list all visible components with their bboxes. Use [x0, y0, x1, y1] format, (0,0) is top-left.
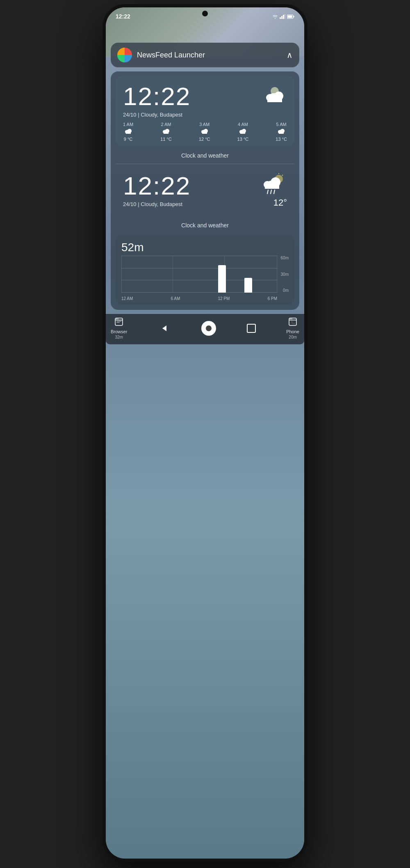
launcher-header: NewsFeed Launcher ∧	[111, 43, 299, 67]
nav-home-button[interactable]	[201, 321, 216, 336]
rain-cloud-icon-2	[261, 173, 287, 196]
hour-temp-1: 9 °C	[124, 137, 133, 142]
nav-back-button[interactable]	[158, 322, 171, 335]
weather-right-2: 12°	[261, 173, 287, 208]
x-labels: 12 AM 6 AM 12 PM 6 PM	[121, 296, 277, 301]
usage-chart: 60m 30m 0m 12 AM 6 AM 12 PM 6 PM	[121, 256, 289, 301]
svg-rect-3	[285, 14, 285, 19]
widgets-container: 12:22 24/10 | Cloudy, Budapest	[111, 71, 299, 310]
svg-rect-11	[267, 98, 282, 102]
hour-cloud-icon-1	[125, 128, 132, 135]
svg-rect-38	[265, 185, 279, 189]
svg-rect-1	[281, 16, 282, 19]
svg-point-51	[290, 318, 291, 319]
bar-12pm	[218, 265, 226, 293]
status-time: 12:22	[116, 13, 130, 20]
svg-rect-19	[164, 132, 169, 134]
clock-left-2: 12:22 24/10 | Cloudy, Budapest	[123, 173, 191, 211]
hour-item-5: 5 AM 13 °C	[276, 122, 287, 142]
nav-recents-button[interactable]	[247, 324, 256, 333]
hour-cloud-icon-3	[201, 128, 208, 135]
hour-item-1: 1 AM 9 °C	[123, 122, 133, 142]
hour-item-2: 2 AM 11 °C	[160, 122, 172, 142]
weather-temp-2: 12°	[273, 197, 287, 208]
hour-label-4: 4 AM	[238, 122, 248, 127]
home-circle	[206, 325, 212, 331]
bottom-nav: Browser 32m	[106, 314, 304, 344]
x-label-6am: 6 AM	[171, 296, 180, 301]
hour-temp-4: 13 °C	[237, 137, 249, 142]
svg-marker-48	[162, 325, 166, 331]
hour-label-5: 5 AM	[276, 122, 287, 127]
hour-label-1: 1 AM	[123, 122, 133, 127]
usage-widget: 52m	[116, 234, 294, 305]
clock-date-weather-2: 24/10 | Cloudy, Budapest	[123, 201, 191, 207]
svg-rect-27	[240, 132, 245, 134]
svg-point-44	[116, 318, 117, 319]
usage-duration: 52m	[121, 241, 289, 254]
svg-rect-31	[279, 132, 284, 134]
hour-item-3: 3 AM 12 °C	[199, 122, 210, 142]
y-labels: 60m 30m 0m	[277, 256, 289, 293]
y-label-60m: 60m	[281, 256, 289, 260]
grid-line-mid	[121, 268, 277, 268]
svg-line-39	[267, 190, 268, 194]
wifi-icon	[272, 14, 278, 19]
section-label-1: Clock and weather	[116, 147, 294, 162]
section-divider-1	[116, 164, 294, 164]
section-label-2: Clock and weather	[116, 216, 294, 232]
svg-point-52	[292, 318, 292, 319]
phone-icon: 📞	[288, 317, 297, 328]
partly-cloudy-icon-1	[262, 84, 287, 105]
svg-rect-0	[280, 17, 281, 19]
y-label-30m: 30m	[281, 272, 289, 277]
x-label-12pm: 12 PM	[218, 296, 230, 301]
hour-temp-3: 12 °C	[199, 137, 210, 142]
clock-widget-1-header: 12:22	[123, 84, 287, 109]
launcher-logo	[117, 48, 132, 62]
grid-line-top	[121, 256, 277, 256]
phone-time: 20m	[289, 335, 296, 339]
launcher-logo-wrap: NewsFeed Launcher	[117, 48, 205, 62]
vgrid-1	[173, 256, 173, 293]
svg-rect-43	[115, 320, 123, 321]
clock-time-1: 12:22	[123, 84, 191, 109]
browser-icon	[114, 317, 123, 328]
hour-cloud-icon-2	[162, 128, 170, 135]
bar-6pm	[244, 278, 252, 293]
nav-app-phone: 📞 Phone 20m	[286, 317, 299, 339]
svg-line-34	[282, 175, 283, 176]
status-icons	[272, 14, 294, 19]
svg-rect-6	[294, 16, 294, 17]
clock-widget-1: 12:22 24/10 | Cloudy, Budapest	[116, 76, 294, 147]
svg-rect-47	[116, 322, 120, 323]
svg-rect-15	[126, 132, 131, 134]
scroll-content[interactable]: NewsFeed Launcher ∧ 12:22	[106, 22, 304, 859]
hourly-forecast: 1 AM 9 °C	[123, 122, 287, 142]
clock-time-2: 12:22	[123, 172, 191, 200]
svg-text:📞: 📞	[291, 320, 296, 325]
svg-line-41	[274, 190, 275, 194]
svg-rect-23	[202, 132, 207, 134]
svg-rect-46	[116, 321, 121, 321]
launcher-title: NewsFeed Launcher	[137, 51, 205, 60]
svg-point-45	[118, 318, 118, 319]
phone-label: Phone	[286, 329, 299, 334]
browser-label: Browser	[111, 329, 127, 334]
chart-area	[121, 256, 277, 293]
phone-frame: 12:22	[102, 4, 308, 862]
x-label-6pm: 6 PM	[268, 296, 277, 301]
battery-icon	[287, 14, 294, 19]
svg-line-40	[271, 190, 271, 194]
grid-line-bottom	[121, 292, 277, 293]
hour-cloud-icon-4	[239, 128, 246, 135]
clock-date-weather-1: 24/10 | Cloudy, Budapest	[123, 112, 287, 118]
hour-item-4: 4 AM 13 °C	[237, 122, 249, 142]
hour-label-2: 2 AM	[161, 122, 171, 127]
launcher-collapse-button[interactable]: ∧	[287, 50, 293, 60]
hour-cloud-icon-5	[278, 128, 285, 135]
back-arrow-icon	[161, 325, 168, 332]
vgrid-0	[121, 256, 122, 293]
hour-temp-5: 13 °C	[276, 137, 287, 142]
outer-wrapper: 12:22	[0, 0, 410, 868]
